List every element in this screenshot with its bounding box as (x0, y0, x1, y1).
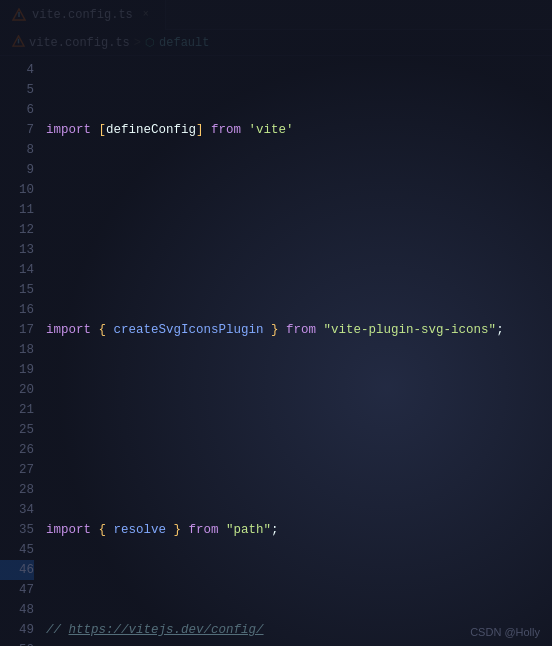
ln-26: 26 (0, 440, 34, 460)
ln-28: ▶28 (0, 480, 34, 500)
ln-21: ▶21 (0, 400, 34, 420)
ln-8: 8 (0, 140, 34, 160)
ln-5: 5 (0, 80, 34, 100)
code-line-9: // https://vitejs.dev/config/ (46, 620, 552, 640)
breadcrumb: vite.config.ts > ⬡ default (0, 30, 552, 56)
ln-35: ▶35 (0, 520, 34, 540)
line-numbers: 4 5 6 7 8 9 10 11 12 13 14 15 16 17 18 1… (0, 56, 42, 646)
ln-49: 49 (0, 620, 34, 640)
ln-17: 17 (0, 320, 34, 340)
breadcrumb-vite-icon (12, 35, 25, 51)
breadcrumb-symbol: default (159, 36, 209, 50)
code-lines: import [defineConfig] from 'vite' import… (42, 56, 552, 646)
ln-4: 4 (0, 60, 34, 80)
code-line-7 (46, 420, 552, 440)
tab-label: vite.config.ts (32, 8, 133, 22)
ln-48: 48 (0, 600, 34, 620)
editor-container: vite.config.ts × vite.config.ts > ⬡ defa… (0, 0, 552, 646)
ln-12: 12 (0, 220, 34, 240)
ln-46: 46 (0, 560, 34, 580)
ln-15: 15 (0, 280, 34, 300)
ln-18: 18 (0, 340, 34, 360)
ln-45: 45 (0, 540, 34, 560)
ln-9: 9 (0, 160, 34, 180)
ln-27: 27 (0, 460, 34, 480)
ln-7: 7 (0, 120, 34, 140)
ln-20: 20 (0, 380, 34, 400)
breadcrumb-file: vite.config.ts (29, 36, 130, 50)
breadcrumb-sep: > (134, 36, 141, 50)
code-line-4: import [defineConfig] from 'vite' (46, 120, 552, 140)
breadcrumb-symbol-icon: ⬡ (145, 36, 155, 49)
ln-34: 34 (0, 500, 34, 520)
ln-19: 19 (0, 360, 34, 380)
ln-14: 14 (0, 260, 34, 280)
code-line-5 (46, 220, 552, 240)
vite-icon (12, 8, 26, 22)
ln-50: 50 (0, 640, 34, 646)
code-line-8: import { resolve } from "path"; (46, 520, 552, 540)
ln-10: 10 (0, 180, 34, 200)
code-area: 4 5 6 7 8 9 10 11 12 13 14 15 16 17 18 1… (0, 56, 552, 646)
ln-6: 6 (0, 100, 34, 120)
code-line-6: import { createSvgIconsPlugin } from "vi… (46, 320, 552, 340)
tab-bar: vite.config.ts × (0, 0, 552, 30)
ln-16: 16 (0, 300, 34, 320)
tab-close-button[interactable]: × (139, 8, 153, 22)
ln-25: 25 (0, 420, 34, 440)
ln-47: 47 (0, 580, 34, 600)
active-tab[interactable]: vite.config.ts × (0, 0, 166, 30)
ln-11: 11 (0, 200, 34, 220)
ln-13: 13 (0, 240, 34, 260)
